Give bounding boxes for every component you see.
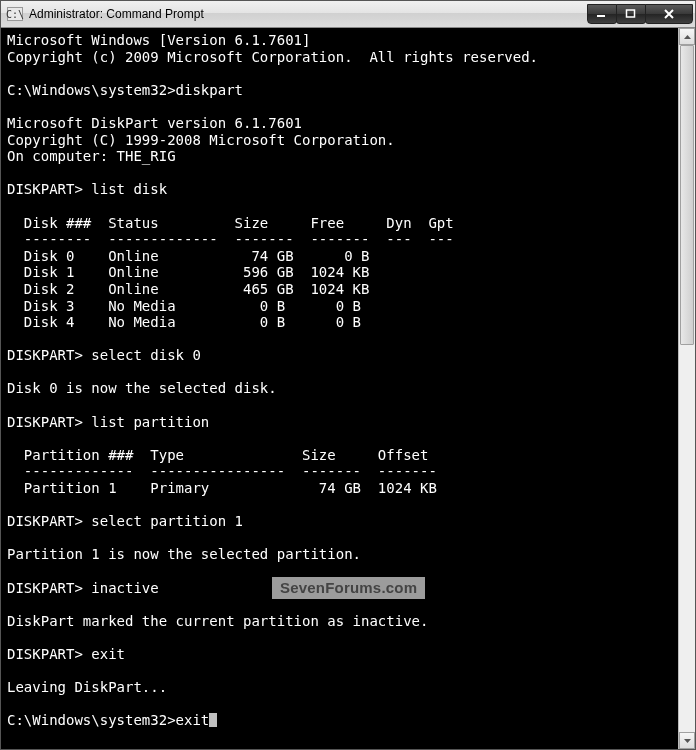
minimize-button[interactable] [587,4,617,24]
console-line: Partition 1 Primary 74 GB 1024 KB [7,480,437,496]
console-line: ------------- ---------------- ------- -… [7,463,437,479]
console-line: Copyright (C) 1999-2008 Microsoft Corpor… [7,132,395,148]
watermark-overlay: SevenForums.com [272,577,425,599]
scroll-thumb[interactable] [680,45,694,345]
scroll-up-button[interactable] [679,28,695,45]
maximize-icon [625,9,637,19]
console-line: C:\Windows\system32>diskpart [7,82,243,98]
console-line: DiskPart marked the current partition as… [7,613,428,629]
console-line: On computer: THE_RIG [7,148,176,164]
svg-rect-0 [597,15,605,17]
window-controls [588,5,693,24]
command-prompt-window: C:\ Administrator: Command Prompt Micros… [0,0,696,750]
console-line: Copyright (c) 2009 Microsoft Corporation… [7,49,538,65]
console-line: Disk 3 No Media 0 B 0 B [7,298,361,314]
console-line: Disk 1 Online 596 GB 1024 KB [7,264,369,280]
console-line: Microsoft DiskPart version 6.1.7601 [7,115,302,131]
svg-rect-1 [627,10,635,17]
console-line: Disk 0 is now the selected disk. [7,380,277,396]
console-line: C:\Windows\system32>exit [7,712,209,728]
close-button[interactable] [645,4,693,24]
scroll-track[interactable] [679,45,695,732]
scroll-down-button[interactable] [679,732,695,749]
console-line: DISKPART> select partition 1 [7,513,243,529]
console-line: Partition ### Type Size Offset [7,447,428,463]
console-line: -------- ------------- ------- ------- -… [7,231,454,247]
minimize-icon [596,9,608,19]
vertical-scrollbar[interactable] [678,28,695,749]
titlebar[interactable]: C:\ Administrator: Command Prompt [1,1,695,28]
console-line: DISKPART> list partition [7,414,209,430]
console-line: DISKPART> select disk 0 [7,347,201,363]
chevron-up-icon [684,35,691,39]
console-output[interactable]: Microsoft Windows [Version 6.1.7601] Cop… [1,28,678,749]
text-cursor [209,713,217,727]
chevron-down-icon [684,739,691,743]
cmd-icon: C:\ [7,7,23,21]
console-line: Disk 0 Online 74 GB 0 B [7,248,369,264]
console-line: Leaving DiskPart... [7,679,167,695]
window-title: Administrator: Command Prompt [29,7,588,21]
console-line: DISKPART> exit [7,646,125,662]
close-icon [663,9,675,19]
console-line: Disk 2 Online 465 GB 1024 KB [7,281,369,297]
console-line: Disk 4 No Media 0 B 0 B [7,314,361,330]
maximize-button[interactable] [616,4,646,24]
console-area: Microsoft Windows [Version 6.1.7601] Cop… [1,28,695,749]
console-line: Microsoft Windows [Version 6.1.7601] [7,32,310,48]
console-line: Disk ### Status Size Free Dyn Gpt [7,215,454,231]
console-line: DISKPART> inactive [7,580,159,596]
console-line: Partition 1 is now the selected partitio… [7,546,361,562]
console-line: DISKPART> list disk [7,181,167,197]
